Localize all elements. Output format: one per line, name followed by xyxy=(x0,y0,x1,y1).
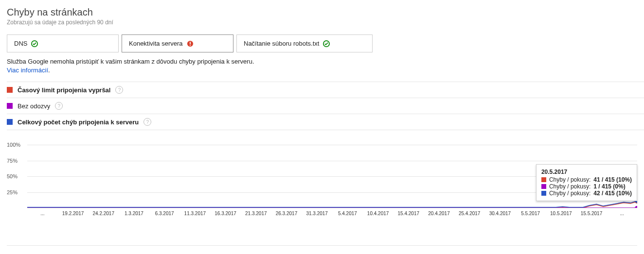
x-tick-label: 1.3.2017 xyxy=(119,211,149,216)
help-icon[interactable]: ? xyxy=(55,102,63,110)
description-text: Služba Google nemohla pristúpiť k vašim … xyxy=(7,58,254,65)
x-tick-label: 30.4.2017 xyxy=(485,211,516,216)
description: Služba Google nemohla pristúpiť k vašim … xyxy=(7,57,265,75)
tabs: DNSKonektivita serveraNačítanie súboru r… xyxy=(7,34,644,52)
x-tick-label: 24.2.2017 xyxy=(88,211,119,216)
tooltip-label: Chyby / pokusy: xyxy=(549,183,590,190)
more-info-link[interactable]: Viac informácií xyxy=(7,67,48,74)
legend-row: Časový limit pripojenia vypršal? xyxy=(7,82,644,98)
x-tick-label: 26.3.2017 xyxy=(271,211,302,216)
tooltip-label: Chyby / pokusy: xyxy=(549,190,590,197)
x-tick-label: 10.5.2017 xyxy=(546,211,576,216)
tooltip-row: Chyby / pokusy: 41 / 415 (10%) xyxy=(541,176,632,183)
series-line xyxy=(27,201,637,207)
x-tick-label: 15.4.2017 xyxy=(393,211,424,216)
x-tick-label: 15.5.2017 xyxy=(576,211,607,216)
tooltip-value: 42 / 415 (10%) xyxy=(593,190,632,197)
tab-konektivita-servera[interactable]: Konektivita servera xyxy=(122,34,233,52)
legend-row: Celkový počet chýb pripojenia k serveru? xyxy=(7,114,644,130)
divider xyxy=(7,245,637,246)
tab-label: Konektivita servera xyxy=(129,40,183,47)
grid-line: 75% xyxy=(27,161,637,161)
check-circle-icon xyxy=(31,40,38,47)
page-title: Chyby na stránkach xyxy=(7,7,644,18)
help-icon[interactable]: ? xyxy=(143,118,151,126)
tooltip-swatch xyxy=(541,177,546,182)
y-tick-label: 50% xyxy=(7,173,24,179)
legend: Časový limit pripojenia vypršal?Bez odoz… xyxy=(7,82,644,130)
error-circle-icon xyxy=(187,40,194,47)
help-icon[interactable]: ? xyxy=(115,86,123,94)
x-tick-label: 11.3.2017 xyxy=(180,211,211,216)
svg-rect-3 xyxy=(190,45,191,46)
description-suffix: . xyxy=(48,67,50,74)
tab-dns[interactable]: DNS xyxy=(7,34,119,52)
tooltip-label: Chyby / pokusy: xyxy=(549,176,590,183)
legend-label: Bez odozvy xyxy=(18,102,50,110)
check-circle-icon xyxy=(323,40,330,47)
check-circle-icon xyxy=(323,40,330,47)
x-tick-label: 10.4.2017 xyxy=(363,211,394,216)
tooltip-value: 41 / 415 (10%) xyxy=(593,176,632,183)
tooltip-row: Chyby / pokusy: 1 / 415 (0%) xyxy=(541,183,632,190)
check-circle-icon xyxy=(31,40,38,47)
x-tick-label: 16.3.2017 xyxy=(210,211,241,216)
x-tick-label: ... xyxy=(607,211,637,216)
x-tick-label: 31.3.2017 xyxy=(302,211,332,216)
tooltip-swatch xyxy=(541,191,546,196)
x-tick-label: 5.4.2017 xyxy=(332,211,363,216)
error-circle-icon xyxy=(187,40,194,47)
y-tick-label: 25% xyxy=(7,189,24,195)
tooltip-value: 1 / 415 (0%) xyxy=(593,183,625,190)
x-tick-label: 19.2.2017 xyxy=(58,211,89,216)
x-tick-label: ... xyxy=(27,211,58,216)
tab-label: Načítanie súboru robots.txt xyxy=(244,40,319,47)
legend-swatch xyxy=(7,103,13,109)
tooltip-row: Chyby / pokusy: 42 / 415 (10%) xyxy=(541,190,632,197)
legend-label: Časový limit pripojenia vypršal xyxy=(18,86,110,94)
y-tick-label: 100% xyxy=(7,142,24,148)
tooltip-date: 20.5.2017 xyxy=(541,169,632,175)
chart-tooltip: 20.5.2017 Chyby / pokusy: 41 / 415 (10%)… xyxy=(536,164,637,201)
x-tick-label: 20.4.2017 xyxy=(424,211,454,216)
grid-line xyxy=(27,208,637,208)
y-tick-label: 75% xyxy=(7,158,24,164)
legend-swatch xyxy=(7,87,13,93)
x-tick-label: 25.4.2017 xyxy=(454,211,485,216)
legend-row: Bez odozvy? xyxy=(7,98,644,114)
tab-label: DNS xyxy=(14,40,27,47)
legend-label: Celkový počet chýb pripojenia k serveru xyxy=(18,119,139,126)
chart: 100%75%50%25% ...19.2.201724.2.20171.3.2… xyxy=(7,145,644,216)
legend-swatch xyxy=(7,119,13,125)
x-tick-label: 5.5.2017 xyxy=(515,211,546,216)
x-tick-label: 21.3.2017 xyxy=(241,211,271,216)
page-subtitle: Zobrazujú sa údaje za posledných 90 dní xyxy=(7,19,644,26)
tooltip-swatch xyxy=(541,184,546,189)
grid-line: 100% xyxy=(27,145,637,145)
x-axis: ...19.2.201724.2.20171.3.20176.3.201711.… xyxy=(27,208,637,216)
tab-na-tanie-s-boru-robots-txt[interactable]: Načítanie súboru robots.txt xyxy=(236,34,373,52)
svg-rect-2 xyxy=(190,42,191,44)
x-tick-label: 6.3.2017 xyxy=(149,211,180,216)
